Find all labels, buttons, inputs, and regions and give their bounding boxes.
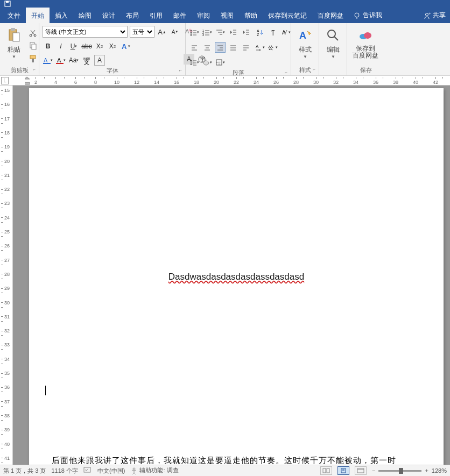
align-justify-icon[interactable] <box>228 42 238 53</box>
align-right-icon[interactable] <box>215 42 226 53</box>
zoom-slider[interactable] <box>378 470 421 472</box>
sort-icon[interactable]: AZ <box>255 27 265 38</box>
phonetic-button[interactable]: wén文 <box>81 55 92 66</box>
font-name-select[interactable]: 等线 (中文正文) <box>43 26 128 38</box>
zoom-out-button[interactable]: − <box>372 467 375 474</box>
borders-icon[interactable]: ▾ <box>215 57 226 68</box>
clipboard-group-label: 剪贴板 <box>11 67 29 73</box>
tab-cloudnote[interactable]: 保存到云笔记 <box>263 8 312 23</box>
view-print-icon[interactable] <box>338 466 349 475</box>
page: Dasdwasdasdasdasdassdasdasd 后面他来跟我讲了这件事后… <box>29 88 444 465</box>
styles-button[interactable]: A 样式 ▼ <box>293 25 317 65</box>
ruler-vtick: 16 <box>0 102 13 107</box>
tab-mailings[interactable]: 邮件 <box>168 8 192 23</box>
status-lang[interactable]: 中文(中国) <box>97 467 125 475</box>
save-baidu-button[interactable]: 保存到 百度网盘 <box>349 25 382 65</box>
ruler-vtick: 30 <box>0 300 13 306</box>
styles-launcher-icon[interactable]: ⌐ <box>313 67 315 72</box>
text-effects-icon[interactable]: A▾ <box>120 41 131 52</box>
ribbon-tabs: 文件 开始 插入 绘图 设计 布局 引用 邮件 审阅 视图 帮助 保存到云笔记 … <box>0 8 450 23</box>
shrink-font-icon[interactable]: A▼ <box>170 26 180 37</box>
align-left-icon[interactable] <box>189 42 200 53</box>
doc-title[interactable]: Dasdwasdasdasdasdassdasdasd <box>29 272 444 282</box>
numbering-icon[interactable]: 123▾ <box>202 27 213 38</box>
subscript-button[interactable]: X2 <box>94 41 105 52</box>
bold-button[interactable]: B <box>43 41 53 52</box>
group-editing: 编辑 ▼ <box>319 23 347 76</box>
copy-icon[interactable] <box>28 41 38 51</box>
ruler-tick: 36 <box>373 76 378 86</box>
format-painter-icon[interactable] <box>28 54 38 63</box>
tab-selector[interactable]: L <box>1 77 9 84</box>
tab-help[interactable]: 帮助 <box>239 8 263 23</box>
ruler-tick: 20 <box>214 76 219 86</box>
tab-design[interactable]: 设计 <box>97 8 121 23</box>
ruler-tick: 2 <box>34 76 37 86</box>
view-web-icon[interactable] <box>355 466 367 475</box>
multilevel-icon[interactable]: ▾ <box>215 27 226 38</box>
share-button[interactable]: + 共享 <box>419 8 450 23</box>
status-spellcheck-icon[interactable] <box>83 466 92 475</box>
ruler-horizontal[interactable]: L 24681012141618202224262830323436384042 <box>0 76 450 86</box>
grow-font-icon[interactable]: A▲ <box>157 26 167 37</box>
tab-layout[interactable]: 布局 <box>121 8 144 23</box>
tab-view[interactable]: 视图 <box>215 8 239 23</box>
document-area: 1516171819202122232425262728293031323334… <box>0 86 450 465</box>
indent-markers[interactable] <box>25 76 34 85</box>
person-icon: + <box>423 12 431 19</box>
cut-icon[interactable] <box>28 28 38 38</box>
change-case-button[interactable]: Aa▾ <box>68 55 79 66</box>
show-marks-icon[interactable] <box>268 27 278 38</box>
tab-review[interactable]: 审阅 <box>192 8 215 23</box>
asian-layout-icon[interactable]: A▾ <box>280 27 291 38</box>
zoom-in-button[interactable]: + <box>425 467 428 474</box>
text-dir-icon[interactable]: A▾ <box>255 42 265 53</box>
editing-button[interactable]: 编辑 ▼ <box>321 25 345 67</box>
font-color-button[interactable]: A▾ <box>55 55 66 66</box>
line-spacing-icon[interactable]: ▾ <box>189 57 200 68</box>
view-read-icon[interactable] <box>320 466 332 475</box>
highlight-button[interactable]: A▾ <box>43 55 53 66</box>
underline-button[interactable]: U▾ <box>68 41 79 52</box>
ruler-vertical[interactable]: 1516171819202122232425262728293031323334… <box>0 86 13 465</box>
ruler-vtick: 20 <box>0 159 13 164</box>
save-quick-icon[interactable] <box>4 1 13 7</box>
doc-body-text[interactable]: 后面他来跟我讲了这件事后，我就知道这是要逼走他的节奏。这时候千万不能被动，第一时 <box>52 456 427 465</box>
char-border-button[interactable]: A <box>94 55 105 66</box>
zoom-level[interactable]: 128% <box>432 467 447 474</box>
align-center-icon[interactable] <box>202 42 213 53</box>
distribute-icon[interactable] <box>241 42 251 53</box>
indent-dec-icon[interactable] <box>228 27 238 38</box>
ruler-tick: 40 <box>413 76 418 86</box>
tab-draw[interactable]: 绘图 <box>73 8 97 23</box>
tab-references[interactable]: 引用 <box>144 8 168 23</box>
ribbon: 粘贴 ▼ 剪贴板⌐ 等线 (中文正文) 五号 A▲ A▼ B <box>0 23 450 76</box>
svg-rect-19 <box>56 63 64 64</box>
bullets-icon[interactable]: ▾ <box>189 27 200 38</box>
tab-insert[interactable]: 插入 <box>50 8 73 23</box>
clipboard-launcher-icon[interactable]: ⌐ <box>33 67 36 72</box>
superscript-button[interactable]: X2 <box>107 41 118 52</box>
status-accessibility[interactable]: 辅助功能: 调查 <box>130 466 178 474</box>
strike-button[interactable]: abc <box>81 41 92 52</box>
tab-file[interactable]: 文件 <box>2 8 26 23</box>
ruler-tick: 12 <box>134 76 139 86</box>
char-scaling-icon[interactable]: 公▾ <box>268 42 278 53</box>
ruler-tick: 28 <box>293 76 299 86</box>
tellme[interactable]: 告诉我 <box>349 8 386 23</box>
ruler-vtick: 19 <box>0 144 13 150</box>
status-words[interactable]: 1118 个字 <box>51 467 78 475</box>
paste-button[interactable]: 粘贴 ▼ <box>2 25 26 65</box>
paragraph-launcher-icon[interactable]: ⌐ <box>285 69 287 75</box>
shading-icon[interactable]: ▾ <box>202 57 213 68</box>
font-launcher-icon[interactable]: ⌐ <box>179 67 182 73</box>
tab-home[interactable]: 开始 <box>26 8 50 23</box>
font-size-select[interactable]: 五号 <box>130 26 154 38</box>
indent-inc-icon[interactable] <box>241 27 251 38</box>
italic-button[interactable]: I <box>55 41 66 52</box>
tab-baidu[interactable]: 百度网盘 <box>312 8 349 23</box>
status-page[interactable]: 第 1 页，共 3 页 <box>3 467 46 475</box>
tellme-label: 告诉我 <box>363 11 382 20</box>
page-scroll[interactable]: Dasdwasdasdasdasdassdasdasd 后面他来跟我讲了这件事后… <box>13 86 450 465</box>
ruler-vtick: 40 <box>0 442 13 447</box>
